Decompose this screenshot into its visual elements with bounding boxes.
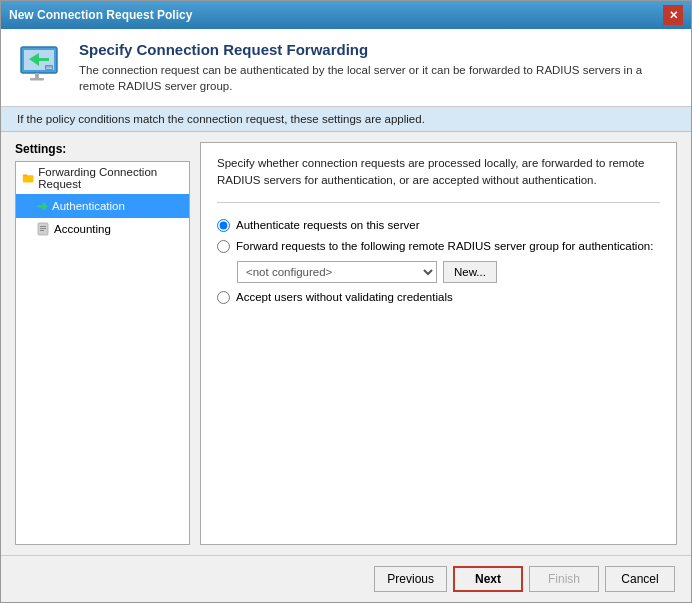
svg-rect-3	[30, 78, 44, 81]
tree-child-accounting-label: Accounting	[54, 223, 111, 235]
divider	[217, 202, 660, 203]
window: New Connection Request Policy ✕ Specify …	[0, 0, 692, 603]
radio-row-accept: Accept users without validating credenti…	[217, 291, 660, 304]
radio-authenticate-local[interactable]	[217, 219, 230, 232]
radio-accept-no-credentials-label: Accept users without validating credenti…	[236, 291, 453, 303]
radio-row-local: Authenticate requests on this server	[217, 219, 660, 232]
svg-rect-9	[23, 175, 27, 177]
next-button[interactable]: Next	[453, 566, 523, 592]
svg-rect-8	[23, 176, 34, 183]
svg-rect-12	[40, 228, 46, 229]
tree-child-accounting[interactable]: Accounting	[16, 218, 189, 240]
header-description: The connection request can be authentica…	[79, 62, 675, 94]
header-title: Specify Connection Request Forwarding	[79, 41, 675, 58]
accounting-icon	[36, 222, 50, 236]
subheader: If the policy conditions match the conne…	[1, 107, 691, 132]
svg-rect-13	[40, 230, 44, 231]
new-button[interactable]: New...	[443, 261, 497, 283]
finish-button[interactable]: Finish	[529, 566, 599, 592]
right-panel: Specify whether connection requests are …	[200, 142, 677, 545]
header-icon	[17, 41, 65, 89]
tree-parent-forwarding[interactable]: Forwarding Connection Request	[16, 162, 189, 194]
radio-accept-no-credentials[interactable]	[217, 291, 230, 304]
right-description: Specify whether connection requests are …	[217, 155, 660, 190]
left-panel: Settings: Forwarding Connection Request …	[15, 142, 190, 545]
footer: Previous Next Finish Cancel	[1, 555, 691, 602]
tree-parent-label: Forwarding Connection Request	[38, 166, 183, 190]
title-bar: New Connection Request Policy ✕	[1, 1, 691, 29]
radius-server-dropdown[interactable]: <not configured>	[237, 261, 437, 283]
window-title: New Connection Request Policy	[9, 8, 192, 22]
close-button[interactable]: ✕	[663, 5, 683, 25]
previous-button[interactable]: Previous	[374, 566, 447, 592]
auth-arrow-icon: ➜	[36, 198, 48, 214]
dropdown-row: <not configured> New...	[237, 261, 660, 283]
tree-child-auth-label: Authentication	[52, 200, 125, 212]
subheader-text: If the policy conditions match the conne…	[17, 113, 425, 125]
folder-icon	[22, 171, 34, 185]
radio-group: Authenticate requests on this server For…	[217, 219, 660, 304]
header-area: Specify Connection Request Forwarding Th…	[1, 29, 691, 107]
svg-rect-7	[46, 68, 52, 69]
svg-rect-11	[40, 226, 46, 227]
tree-child-authentication[interactable]: ➜ Authentication	[16, 194, 189, 218]
radio-forward-radius[interactable]	[217, 240, 230, 253]
radio-authenticate-local-label: Authenticate requests on this server	[236, 219, 419, 231]
svg-rect-6	[46, 67, 52, 68]
content-area: Settings: Forwarding Connection Request …	[1, 132, 691, 555]
radio-row-forward: Forward requests to the following remote…	[217, 240, 660, 253]
settings-label: Settings:	[15, 142, 190, 156]
cancel-button[interactable]: Cancel	[605, 566, 675, 592]
header-text-block: Specify Connection Request Forwarding Th…	[79, 41, 675, 94]
radio-forward-radius-label: Forward requests to the following remote…	[236, 240, 653, 252]
tree-section: Forwarding Connection Request ➜ Authenti…	[15, 161, 190, 545]
